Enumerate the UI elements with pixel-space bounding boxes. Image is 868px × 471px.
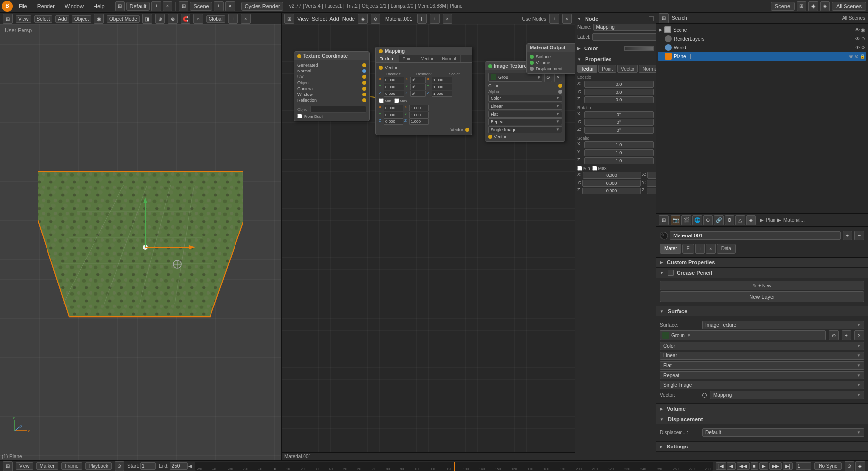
jump-start-btn[interactable]: |◀ (716, 462, 726, 470)
min-y-val[interactable] (582, 180, 641, 187)
viewport-3d-canvas[interactable]: User Persp (0, 24, 281, 460)
modifier-icon[interactable]: ⚙ (725, 215, 734, 225)
loc-z-prop[interactable] (584, 96, 654, 103)
node-node-menu[interactable]: Node (342, 16, 355, 22)
material-icon-top[interactable]: ◈ (820, 1, 830, 11)
minus-icon-vp[interactable]: × (241, 14, 251, 24)
node-select-menu[interactable]: Select (312, 16, 327, 22)
mat-minus-btn[interactable]: − (854, 231, 864, 240)
max-z-val[interactable] (647, 188, 656, 194)
tree-item-scene[interactable]: ▶ Scene 👁 ◉ (658, 25, 866, 34)
object-props-icon[interactable]: ⊙ (703, 215, 713, 225)
min-check[interactable] (379, 98, 384, 103)
rot-y-prop[interactable] (584, 119, 654, 126)
mode-selector[interactable]: Object Mode (107, 15, 140, 23)
scene-props-icon[interactable]: 🎬 (681, 215, 691, 225)
scale-x[interactable] (432, 77, 452, 83)
node-name-input[interactable] (593, 24, 656, 31)
timeline-view-btn[interactable]: View (16, 462, 33, 470)
subtab-add[interactable]: + (695, 244, 705, 254)
image-datablock[interactable]: Grou F (488, 73, 542, 82)
node-texture-coordinate[interactable]: Texture Coordinate Generated Normal UV (294, 51, 370, 121)
loc-x-prop[interactable] (584, 81, 654, 88)
view-menu[interactable]: View (16, 15, 31, 23)
rot-z-prop[interactable] (584, 127, 654, 134)
loc-z[interactable] (384, 91, 404, 97)
scale-x-prop[interactable] (584, 141, 654, 148)
tree-item-plane[interactable]: Plane | 👁 ⊙ 🔒 (658, 52, 866, 61)
displacement-dropdown[interactable]: Default ▼ (702, 428, 864, 437)
top-scene-label[interactable]: Scene (771, 2, 795, 11)
color-space-dropdown[interactable]: Color ▼ (488, 95, 562, 102)
max-x-val[interactable] (647, 172, 656, 179)
render-props-icon[interactable]: 📷 (671, 215, 680, 225)
node-add-menu[interactable]: Add (329, 16, 339, 22)
rot-x-prop[interactable] (584, 111, 654, 118)
plus-icon-vp[interactable]: + (228, 14, 238, 24)
from-dupli-check[interactable] (297, 114, 302, 118)
grease-pencil-header[interactable]: ▼ Grease Pencil (656, 268, 868, 278)
tab-normal[interactable]: Normal (639, 65, 656, 73)
color-space-prop-dropdown[interactable]: Color ▼ (660, 342, 864, 350)
engine-selector[interactable]: Default (126, 2, 150, 11)
current-frame-input[interactable] (796, 462, 811, 470)
projection-prop-dropdown[interactable]: Flat ▼ (660, 361, 864, 370)
custom-props-header[interactable]: ▶ Custom Properties (656, 258, 868, 267)
mode-icon[interactable]: ◉ (94, 14, 104, 24)
mapping-tab-point[interactable]: Point (399, 55, 418, 62)
tab-vector[interactable]: Vector (617, 65, 638, 73)
stop-btn[interactable]: ■ (751, 462, 758, 470)
subtab-f[interactable]: F (682, 244, 694, 254)
node-snap-btn[interactable]: + (549, 14, 559, 24)
node-remove-mat-btn[interactable]: × (443, 14, 452, 24)
material-props-icon[interactable]: ◈ (746, 215, 756, 225)
props-type-icon[interactable]: ⊞ (659, 215, 669, 225)
vector-dropdown[interactable]: Mapping ▼ (710, 391, 864, 399)
add-scene-btn[interactable]: + (214, 1, 224, 11)
node-material-icon[interactable]: ◈ (358, 14, 368, 24)
scale-z[interactable] (432, 91, 452, 97)
keying-sets-icon[interactable]: ◈ (855, 461, 865, 471)
sync-dropdown[interactable]: No Sync (814, 462, 842, 470)
viewport-shading-icons[interactable]: ◨ (142, 14, 152, 24)
timeline-type-icon[interactable]: ⊞ (3, 461, 13, 471)
viewport-type-icon[interactable]: ⊞ (3, 14, 13, 24)
menu-file[interactable]: File (15, 2, 31, 10)
object-field[interactable] (310, 106, 366, 113)
max-check[interactable] (394, 98, 399, 103)
node-close-btn[interactable]: × (562, 14, 572, 24)
node-f-btn[interactable]: F (417, 14, 427, 24)
rot-x[interactable] (410, 77, 426, 83)
end-frame-input[interactable] (170, 462, 188, 470)
remove-layout-btn[interactable]: × (163, 1, 172, 11)
node-mapping[interactable]: Mapping Texture Point Vector Normal Vect… (375, 47, 472, 135)
loc-y-prop[interactable] (584, 89, 654, 95)
node-color-dot[interactable] (649, 16, 654, 21)
material-name-field[interactable]: Material.001 (670, 231, 841, 240)
tree-item-world[interactable]: World 👁 ⊙ (658, 43, 866, 52)
transform-orientation[interactable]: Global (206, 15, 225, 23)
mapping-tab-normal[interactable]: Normal (438, 55, 461, 62)
all-scenes-btn[interactable]: All Scenes (832, 2, 866, 11)
source-dropdown[interactable]: Single Image ▼ (488, 126, 562, 133)
displacement-header[interactable]: ▼ Displacement (656, 414, 868, 424)
timeline-frame-btn[interactable]: Frame (61, 462, 82, 470)
image-remove-btn[interactable]: × (554, 72, 562, 82)
node-use-nodes-icon[interactable]: ⊙ (371, 14, 380, 24)
jump-end-btn[interactable]: ▶| (783, 462, 793, 470)
surface-image-browse[interactable]: ⊙ (829, 330, 839, 340)
prev-frame-btn[interactable]: ◀ (727, 462, 736, 470)
engine-dropdown[interactable]: Cycles Render (241, 2, 283, 11)
render-icon[interactable]: ◉ (808, 1, 818, 11)
play-btn[interactable]: ▶ (759, 462, 768, 470)
grease-pencil-check[interactable] (668, 270, 674, 276)
outliner-type-icon[interactable]: ⊞ (659, 13, 669, 23)
rot-y[interactable] (410, 84, 426, 90)
subtab-data[interactable]: Data (717, 244, 736, 254)
settings-header[interactable]: ▶ Settings (656, 442, 868, 451)
subtab-remove[interactable]: × (706, 244, 716, 254)
node-material-output[interactable]: Material Output Surface Volume Displacem… (526, 43, 575, 74)
constraint-icon[interactable]: 🔗 (714, 215, 724, 225)
menu-help[interactable]: Help (90, 2, 109, 10)
pivot-icon2[interactable]: ⊗ (168, 14, 178, 24)
